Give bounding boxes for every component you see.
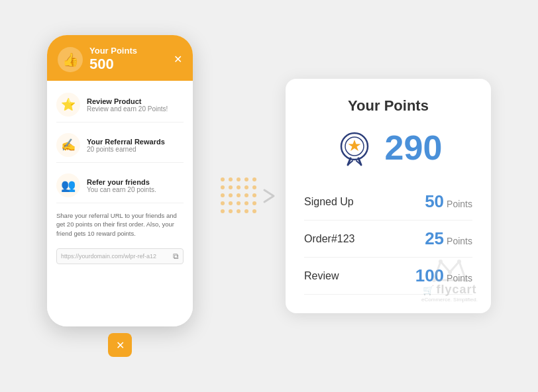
list-item: ⭐ Review Product Review and earn 20 Poin… [56,87,184,122]
dot [244,201,248,205]
medal-icon [335,128,374,168]
thumbs-up-icon: 👍 [58,47,83,72]
item-desc: You can earn 20 points. [87,186,156,193]
dots-decoration [221,177,258,215]
row-points: 25 Points [425,228,472,249]
dot [237,209,241,213]
dot [252,201,256,205]
total-points: 290 [385,128,443,168]
dot [252,193,256,197]
points-row-signup: Signed Up 50 Points [304,183,472,220]
item-title: Review Product [87,97,168,105]
row-unit: Points [447,199,472,209]
dot [229,185,233,189]
cart-icon: 🛒 [423,285,434,295]
dot [229,177,233,181]
dot [237,177,241,181]
dot [229,209,233,213]
arrow-right-icon [259,186,279,206]
dot [237,193,241,197]
card-title: Your Points [304,97,472,115]
list-item: 👥 Refer your friends You can earn 20 poi… [56,168,184,203]
phone-body: ⭐ Review Product Review and earn 20 Poin… [47,81,193,326]
dot [244,209,248,213]
row-unit: Points [447,236,472,246]
phone-widget: 👍 Your Points 500 ✕ ⭐ Review Product Rev… [47,35,193,357]
friends-icon: 👥 [56,173,80,197]
url-text: https://yourdomain.com/wlpr-ref-a12 [61,253,173,260]
phone-header: 👍 Your Points 500 ✕ [47,35,193,81]
dot [221,177,225,181]
stars-icon: ⭐ [56,93,80,117]
dot [221,193,225,197]
phone-header-title: Your Points [89,46,167,56]
svg-point-12 [457,260,461,264]
dot [252,209,256,213]
dot [237,201,241,205]
dot [229,193,233,197]
referral-icon: ✍️ [56,133,80,157]
item-text: Review Product Review and earn 20 Points… [87,97,168,113]
row-points: 50 Points [425,191,472,212]
item-desc: Review and earn 20 Points! [87,105,168,113]
svg-point-10 [439,260,443,264]
svg-marker-2 [348,140,360,151]
item-text: Your Referral Rewards 20 points earned [87,138,165,153]
row-label: Signed Up [304,196,354,208]
dot [221,185,225,189]
phone-header-text: Your Points 500 [89,46,167,73]
item-desc: 20 points earned [87,146,165,153]
flycart-watermark: 🛒 flycart eCommerce. Simplified. [421,254,478,303]
phone-frame: 👍 Your Points 500 ✕ ⭐ Review Product Rev… [47,35,193,326]
referral-url-bar[interactable]: https://yourdomain.com/wlpr-ref-a12 ⧉ [56,248,184,264]
dot [237,185,241,189]
dot [244,193,248,197]
points-summary: 290 [304,128,472,168]
phone-header-points: 500 [89,56,167,73]
dot [252,177,256,181]
refer-description: Share your referral URL to your friends … [56,211,184,238]
crown-icon [431,254,468,283]
svg-point-8 [432,278,436,282]
item-title: Refer your friends [87,178,156,186]
row-label: Order#123 [304,233,355,245]
flycart-brand: 🛒 flycart [423,283,477,297]
points-card: Your Points 290 Signed Up [286,79,491,313]
list-item: ✍️ Your Referral Rewards 20 points earne… [56,128,184,163]
phone-close-button[interactable]: ✕ [108,333,132,357]
dot [229,201,233,205]
dot [252,185,256,189]
copy-icon[interactable]: ⧉ [173,252,179,261]
row-number: 25 [425,228,444,249]
row-number: 50 [425,191,444,212]
connector [213,177,266,215]
close-icon[interactable]: ✕ [174,53,182,66]
dot [244,177,248,181]
flycart-tagline: eCommerce. Simplified. [421,297,478,303]
item-title: Your Referral Rewards [87,138,165,146]
svg-point-9 [464,278,468,282]
item-text: Refer your friends You can earn 20 point… [87,178,156,193]
dot [244,185,248,189]
dot [221,209,225,213]
points-row-order: Order#123 25 Points [304,220,472,258]
flycart-name: flycart [437,283,477,297]
row-label: Review [304,270,339,282]
dot [221,201,225,205]
svg-point-11 [448,270,452,274]
page-container: 👍 Your Points 500 ✕ ⭐ Review Product Rev… [0,0,538,392]
